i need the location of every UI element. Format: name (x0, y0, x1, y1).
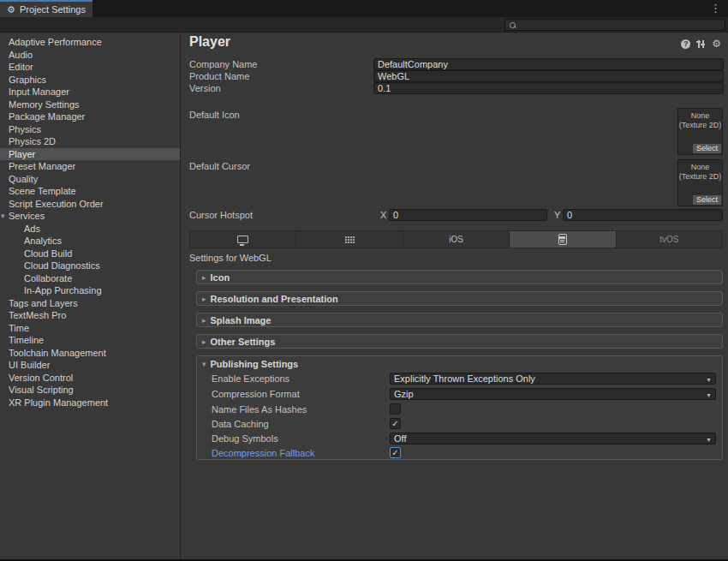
search-box[interactable] (504, 19, 725, 31)
section-title: Resolution and Presentation (211, 294, 338, 304)
sidebar-item-audio[interactable]: Audio (0, 49, 180, 62)
player-settings-panel: Player ? ⚙ Company Name DefaultCompany P… (181, 33, 728, 561)
debug-symbols-dropdown[interactable]: Off ▼ (390, 433, 716, 445)
debug-symbols-label: Debug Symbols (212, 433, 278, 445)
version-label: Version (189, 83, 221, 94)
tab-project-settings[interactable]: ⚙ Project Settings (0, 0, 92, 17)
sidebar-item-adaptive-performance[interactable]: Adaptive Performance (0, 36, 180, 49)
hotspot-y-label: Y (554, 210, 560, 221)
tab-title: Project Settings (20, 4, 86, 15)
default-icon-label: Default Icon (189, 110, 240, 121)
hotspot-x-label: X (380, 210, 386, 221)
section-title: Other Settings (211, 337, 276, 347)
product-name-label: Product Name (189, 71, 249, 82)
dropdown-value: Explicitly Thrown Exceptions Only (394, 373, 535, 384)
compression-format-dropdown[interactable]: Gzip ▼ (390, 388, 716, 400)
sidebar-item-analytics[interactable]: Analytics (0, 235, 180, 248)
section-icon[interactable]: ▸ Icon (196, 270, 723, 284)
dropdown-value: Off (394, 433, 406, 444)
ios-tab-label: iOS (449, 235, 463, 244)
name-files-as-hashes-checkbox[interactable] (390, 403, 401, 415)
sidebar-item-player[interactable]: Player (0, 148, 180, 161)
sidebar-item-preset-manager[interactable]: Preset Manager (0, 160, 180, 173)
settings-sidebar: Adaptive Performance Audio Editor Graphi… (0, 33, 181, 561)
platform-tab-strip: iOS tvOS (189, 230, 723, 248)
sidebar-item-scene-template[interactable]: Scene Template (0, 185, 180, 198)
sidebar-item-textmesh-pro[interactable]: TextMesh Pro (0, 309, 180, 322)
tab-tvos[interactable]: tvOS (617, 231, 722, 248)
tab-ios[interactable]: iOS (403, 231, 510, 248)
section-title: Publishing Settings (211, 359, 299, 369)
tab-webgl[interactable] (510, 231, 616, 248)
sidebar-item-editor[interactable]: Editor (0, 61, 180, 74)
sidebar-item-physics-2d[interactable]: Physics 2D (0, 135, 180, 148)
dropdown-arrow-icon: ▼ (706, 435, 712, 445)
sidebar-item-package-manager[interactable]: Package Manager (0, 110, 180, 123)
sidebar-item-services[interactable]: ▾ Services (0, 210, 180, 223)
sidebar-item-ads[interactable]: Ads (0, 223, 180, 236)
sidebar-item-input-manager[interactable]: Input Manager (0, 86, 180, 98)
name-files-as-hashes-label: Name Files As Hashes (212, 404, 307, 415)
publishing-settings-header[interactable]: ▾ Publishing Settings (197, 356, 722, 369)
search-icon (509, 21, 516, 29)
enable-exceptions-label: Enable Exceptions (212, 373, 289, 385)
section-other-settings[interactable]: ▸ Other Settings (196, 334, 723, 349)
company-name-label: Company Name (189, 59, 257, 70)
section-splash-image[interactable]: ▸ Splash Image (196, 313, 723, 327)
default-icon-object-field[interactable]: None (Texture 2D) Select (677, 108, 723, 155)
section-title: Splash Image (211, 315, 272, 325)
enable-exceptions-dropdown[interactable]: Explicitly Thrown Exceptions Only ▼ (390, 373, 716, 385)
hotspot-y-field[interactable]: 0 (563, 209, 723, 221)
chevron-down-icon[interactable]: ▾ (1, 210, 5, 223)
webgl-icon (558, 234, 567, 245)
window-menu-icon[interactable]: ⋮ (710, 2, 721, 15)
sidebar-item-in-app-purchasing[interactable]: In-App Purchasing (0, 284, 180, 297)
default-cursor-object-field[interactable]: None (Texture 2D) Select (677, 159, 723, 206)
sidebar-item-visual-scripting[interactable]: Visual Scripting (0, 384, 180, 397)
default-cursor-select-button[interactable]: Select (693, 195, 721, 205)
page-title: Player (189, 34, 230, 50)
presets-icon[interactable] (696, 39, 706, 49)
search-input[interactable] (516, 20, 725, 30)
sidebar-item-xr-plugin-management[interactable]: XR Plugin Management (0, 397, 180, 409)
sidebar-item-graphics[interactable]: Graphics (0, 74, 180, 87)
cursor-hotspot-label: Cursor Hotspot (189, 210, 253, 221)
sidebar-item-collaborate[interactable]: Collaborate (0, 272, 180, 285)
tab-desktop[interactable] (190, 231, 296, 248)
sidebar-item-toolchain-management[interactable]: Toolchain Management (0, 347, 180, 360)
sidebar-item-cloud-build[interactable]: Cloud Build (0, 248, 180, 260)
project-settings-window: ⚙ Project Settings ⋮ Adaptive Performanc… (0, 0, 728, 561)
sidebar-item-timeline[interactable]: Timeline (0, 334, 180, 347)
hotspot-x-field[interactable]: 0 (389, 209, 547, 221)
sidebar-item-physics[interactable]: Physics (0, 123, 180, 136)
decompression-fallback-checkbox[interactable]: ✓ (390, 447, 401, 458)
sidebar-item-version-control[interactable]: Version Control (0, 372, 180, 385)
default-icon-select-button[interactable]: Select (693, 144, 721, 153)
texture-none-text: None (678, 111, 722, 121)
gear-icon[interactable]: ⚙ (712, 39, 721, 49)
chevron-right-icon: ▸ (202, 273, 206, 282)
sidebar-item-quality[interactable]: Quality (0, 173, 180, 186)
decompression-fallback-label: Decompression Fallback (212, 448, 314, 459)
sidebar-item-cloud-diagnostics[interactable]: Cloud Diagnostics (0, 260, 180, 272)
sidebar-item-script-execution-order[interactable]: Script Execution Order (0, 198, 180, 211)
desktop-monitor-icon (237, 236, 248, 243)
sidebar-item-tags-and-layers[interactable]: Tags and Layers (0, 297, 180, 310)
section-resolution-and-presentation[interactable]: ▸ Resolution and Presentation (196, 291, 723, 306)
help-icon[interactable]: ? (681, 39, 690, 49)
tab-dedicated-server[interactable] (296, 231, 403, 248)
chevron-right-icon: ▸ (202, 295, 206, 303)
sidebar-item-time[interactable]: Time (0, 322, 180, 335)
tvos-tab-label: tvOS (659, 235, 678, 244)
sidebar-item-ui-builder[interactable]: UI Builder (0, 359, 180, 372)
data-caching-checkbox[interactable]: ✓ (390, 418, 401, 429)
chevron-right-icon: ▸ (202, 337, 206, 346)
product-name-field[interactable]: WebGL (373, 70, 724, 82)
version-field[interactable]: 0.1 (373, 82, 724, 94)
texture-type-text: (Texture 2D) (678, 172, 722, 182)
company-name-field[interactable]: DefaultCompany (373, 58, 724, 70)
sidebar-item-label: Services (9, 211, 45, 221)
default-cursor-label: Default Cursor (189, 161, 250, 172)
sidebar-item-memory-settings[interactable]: Memory Settings (0, 98, 180, 111)
toolbar (0, 17, 728, 33)
